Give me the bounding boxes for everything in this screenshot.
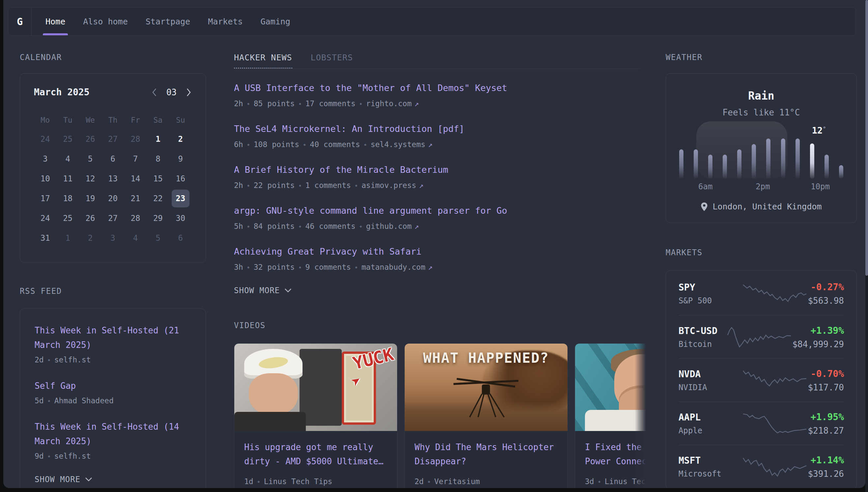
weather-location[interactable]: London, United Kingdom (679, 202, 843, 212)
video-thumbnail[interactable]: DOTHT (575, 344, 646, 431)
market-row-msft[interactable]: MSFT Microsoft +1.14% $391.26 (679, 445, 844, 488)
video-card-body: I Fixed the 5Power Connect 3d•Linus Tec (575, 431, 646, 488)
external-link-icon: ↗ (428, 140, 433, 149)
news-item-comments[interactable]: 46 comments (305, 222, 355, 230)
video-age: 3d (585, 477, 594, 486)
news-item-domain[interactable]: righto.com (366, 99, 412, 108)
rss-feed-widget: This Week in Self-Hosted (21 March 2025)… (20, 308, 206, 488)
calendar-day: 5 (147, 228, 169, 248)
calendar-month-number: 03 (166, 88, 177, 97)
market-symbol: BTC-USD (679, 325, 726, 336)
rss-item-source: Ahmad Shadeed (54, 396, 114, 405)
market-row-spy[interactable]: SPY S&P 500 -0.27% $563.98 (679, 272, 844, 315)
temp-value: 12 (812, 125, 823, 136)
calendar-day: 2 (169, 129, 192, 149)
rss-item-title[interactable]: This Week in Self-Hosted (21 March 2025) (34, 323, 191, 352)
meta-dot: • (47, 356, 51, 364)
rss-item: This Week in Self-Hosted (14 March 2025)… (34, 419, 191, 460)
news-list: A USB Interface to the "Mother of All De… (234, 81, 646, 271)
video-title[interactable]: His upgrade got me really dirty - AMD $5… (244, 440, 387, 469)
calendar-day: 13 (102, 169, 124, 189)
rss-item-title[interactable]: Self Gap (34, 378, 191, 393)
calendar-day: 6 (169, 228, 192, 248)
weather-condition: Rain (679, 89, 843, 102)
news-item-time: 2h (234, 99, 243, 108)
video-meta: 3d•Linus Tec (585, 477, 646, 486)
rss-item-meta: 9d•selfh.st (34, 452, 191, 460)
weather-bar (839, 165, 843, 179)
rss-item-time: 9d (34, 452, 44, 460)
news-item-title[interactable]: argp: GNU-style command line argument pa… (234, 204, 646, 217)
video-age: 2d (415, 477, 424, 486)
market-values: -0.70% $117.70 (808, 368, 844, 392)
market-name: Microsoft (679, 469, 742, 478)
news-item-comments[interactable]: 9 comments (305, 263, 351, 271)
market-row-btc[interactable]: BTC-USD Bitcoin +1.39% $84,999.29 (679, 315, 844, 359)
nav-tab-home[interactable]: Home (46, 7, 65, 35)
video-age: 1d (244, 477, 254, 486)
tab-hacker-news[interactable]: HACKER NEWS (234, 53, 292, 69)
chevron-down-icon (284, 288, 292, 293)
tabs-divider (234, 69, 646, 69)
tab-lobsters[interactable]: LOBSTERS (311, 53, 353, 68)
calendar-weekday-row: Mo Tu We Th Fr Sa Su (34, 112, 192, 128)
scrollbar-thumb[interactable] (865, 0, 868, 276)
news-item-domain[interactable]: github.com (366, 222, 412, 230)
rss-show-more-button[interactable]: SHOW MORE (34, 475, 191, 484)
video-card[interactable]: YUCK ➤ His upgrade got me really dirty -… (234, 343, 397, 488)
market-row-nvda[interactable]: NVDA NVIDIA -0.70% $117.70 (679, 359, 844, 402)
calendar-day: 15 (147, 169, 169, 189)
app-logo[interactable]: G (8, 7, 31, 35)
video-title[interactable]: I Fixed the 5Power Connect (585, 440, 646, 469)
news-item-title[interactable]: A USB Interface to the "Mother of All De… (234, 81, 646, 95)
nav-tab-label: Home (46, 17, 65, 26)
weather-bars (679, 139, 843, 179)
news-item: A USB Interface to the "Mother of All De… (234, 81, 646, 108)
market-price: $84,999.29 (792, 339, 844, 349)
news-item-title[interactable]: A Brief History of the Miracle Bacterium (234, 163, 646, 176)
video-title[interactable]: Why Did The Mars Helicopter Disappear? (415, 440, 558, 469)
video-card-body: Why Did The Mars Helicopter Disappear? 2… (405, 431, 568, 488)
nav-tab-startpage[interactable]: Startpage (146, 7, 190, 35)
calendar-next-button[interactable] (185, 88, 192, 97)
market-row-aapl[interactable]: AAPL Apple +1.95% $218.27 (679, 402, 844, 445)
news-item-points: 85 points (254, 99, 295, 108)
news-item-title[interactable]: Achieving Great Privacy with Safari (234, 245, 646, 258)
meta-dot: • (303, 141, 307, 149)
market-values: +1.39% $84,999.29 (792, 325, 844, 349)
video-title-line: I Fixed the 5 (585, 442, 646, 452)
calendar-month-title: March 2025 (34, 87, 89, 98)
calendar-day: 11 (56, 169, 79, 189)
calendar-prev-button[interactable] (151, 88, 158, 97)
video-card[interactable]: WHAT HAPPENED? Why Did The Mars Hel (404, 343, 568, 488)
market-values: -0.27% $563.98 (808, 281, 844, 306)
market-values: +1.95% $218.27 (808, 412, 844, 436)
suit-shape (585, 410, 646, 431)
nav-tab-markets[interactable]: Markets (208, 7, 242, 35)
video-thumbnail[interactable]: WHAT HAPPENED? (405, 344, 568, 431)
nav-tab-gaming[interactable]: Gaming (261, 7, 290, 35)
news-item-meta: 2h•85 points•17 comments•righto.com↗ (234, 99, 646, 108)
weather-widget: Rain Feels like 11°C 12° 6am 2pm 10pm (666, 73, 857, 223)
rss-item-time: 5d (34, 396, 44, 405)
video-card[interactable]: DOTHT I Fixed the 5Power Connect 3d•Linu… (575, 343, 646, 488)
calendar-day: 22 (147, 189, 169, 208)
news-item-domain[interactable]: sel4.systems (371, 140, 425, 149)
news-item-title[interactable]: The SeL4 Microkernel: An Introduction [p… (234, 122, 646, 136)
weather-bar (810, 144, 814, 179)
meta-dot: • (354, 182, 358, 190)
news-item-comments[interactable]: 17 comments (305, 99, 355, 108)
news-item-comments[interactable]: 1 comments (305, 181, 351, 190)
news-show-more-button[interactable]: SHOW MORE (234, 286, 646, 295)
news-item-comments[interactable]: 40 comments (310, 140, 360, 149)
news-item-domain[interactable]: matanabudy.com (362, 263, 425, 271)
rss-item-title[interactable]: This Week in Self-Hosted (14 March 2025) (34, 419, 191, 448)
meta-dot: • (298, 264, 302, 271)
calendar-day: 3 (102, 228, 124, 248)
video-thumbnail[interactable]: YUCK ➤ (234, 344, 397, 431)
market-labels: SPY S&P 500 (679, 282, 742, 305)
news-item-domain[interactable]: asimov.press (362, 181, 416, 190)
right-column: WEATHER Rain Feels like 11°C 12° 6am 2pm… (666, 53, 857, 488)
nav-tab-also-home[interactable]: Also home (83, 7, 128, 35)
market-name: S&P 500 (679, 296, 742, 305)
